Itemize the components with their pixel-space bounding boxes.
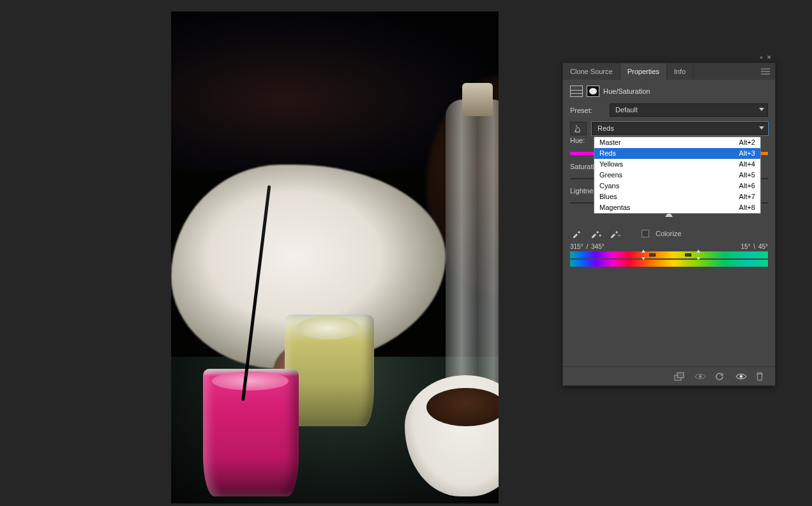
panel-menu-icon[interactable] [761,63,775,80]
eyedropper-icon[interactable] [570,228,583,239]
view-previous-icon[interactable] [695,373,706,380]
channel-option-blues[interactable]: BluesAlt+7 [594,191,760,202]
reset-icon[interactable] [715,372,726,381]
chevron-down-icon [759,126,764,130]
eyedropper-subtract-icon[interactable] [608,228,621,239]
layer-mask-icon[interactable] [587,86,599,97]
channel-dropdown[interactable]: MasterAlt+2RedsAlt+3YellowsAlt+4GreensAl… [594,137,761,214]
channel-select-value: Reds [598,124,614,132]
svg-rect-1 [677,373,684,378]
hue-range-bar-bottom[interactable] [570,260,768,267]
preset-label: Preset: [570,107,605,114]
tab-clone-source[interactable]: Clone Source [563,63,620,80]
panel-close-icon[interactable]: ✕ [767,54,772,61]
visibility-toggle-icon[interactable] [735,373,747,380]
chevron-down-icon [759,108,764,111]
panel-titlebar: « ✕ [562,52,776,63]
tab-properties[interactable]: Properties [620,63,667,80]
channel-option-yellows[interactable]: YellowsAlt+4 [594,159,760,170]
colorize-label: Colorize [656,230,681,237]
delete-icon[interactable] [756,372,767,381]
channel-option-reds[interactable]: RedsAlt+3 [594,148,760,159]
preset-select[interactable]: Default [610,103,768,117]
svg-point-2 [699,375,702,378]
preset-select-value: Default [615,106,638,114]
hue-range-bar-top[interactable] [570,251,768,258]
panel-footer [563,366,775,385]
channel-option-cyans[interactable]: CyansAlt+6 [594,181,760,191]
channel-select[interactable]: Reds [592,122,768,135]
range-left: 315° / 345° [570,243,605,250]
properties-panel: Clone Source Properties Info Hue/Saturat… [562,63,776,386]
document-canvas[interactable] [171,11,499,503]
colorize-checkbox[interactable] [642,230,649,237]
svg-point-3 [740,375,743,378]
eyedropper-add-icon[interactable] [589,228,602,239]
panel-collapse-icon[interactable]: « [760,54,763,61]
clip-to-layer-icon[interactable] [674,372,686,381]
photo-content [171,11,499,503]
targeted-adjust-tool[interactable] [570,122,587,135]
adjustment-thumb-icon[interactable] [570,86,583,97]
channel-option-magentas[interactable]: MagentasAlt+8 [594,202,760,213]
channel-option-master[interactable]: MasterAlt+2 [594,137,760,148]
tab-info[interactable]: Info [667,63,693,80]
adjustment-title: Hue/Saturation [603,87,650,95]
channel-option-greens[interactable]: GreensAlt+5 [594,170,760,181]
panel-tabs: Clone Source Properties Info [563,63,775,80]
range-right: 15° \ 45° [741,243,768,250]
